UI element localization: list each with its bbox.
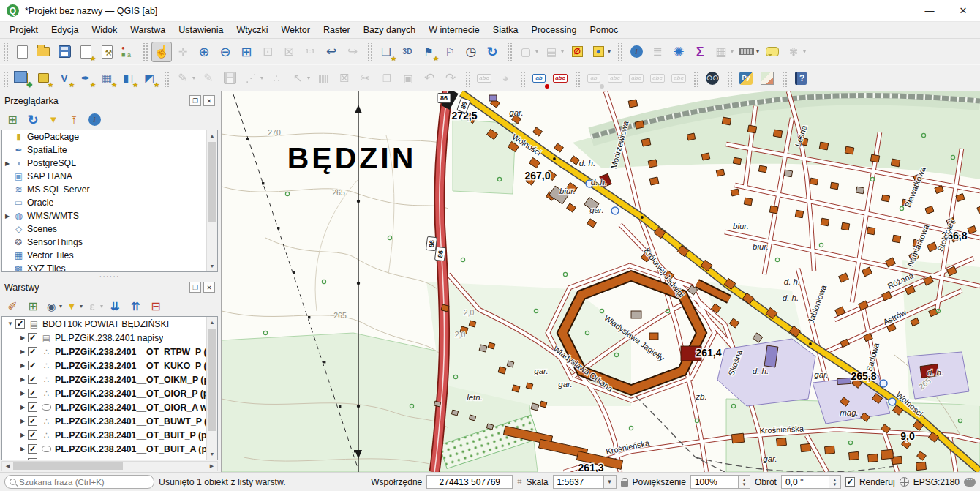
- search-input[interactable]: [19, 478, 149, 487]
- toolbar-grip[interactable]: [142, 43, 148, 61]
- coords-input[interactable]: [426, 475, 513, 489]
- remove-layer-button[interactable]: ⊟: [147, 298, 165, 315]
- menu-w-internecie[interactable]: W internecie: [422, 23, 486, 37]
- pin-labels-button[interactable]: ab: [529, 68, 549, 89]
- toolbar-grip[interactable]: [519, 70, 525, 87]
- pan-map-button[interactable]: ☝: [151, 42, 172, 62]
- new-spatialite-layer-button[interactable]: ✒★: [75, 68, 96, 89]
- menu-wektor[interactable]: Wektor: [275, 23, 317, 37]
- zoom-in-button[interactable]: ⊕: [194, 42, 214, 62]
- zoom-last-button[interactable]: ↩: [321, 42, 342, 62]
- browser-float-button[interactable]: ❐: [189, 95, 201, 106]
- layer-item[interactable]: ✓·PL.PZGiK.238.2401__OT_BUZT_P (p: [2, 456, 217, 460]
- layer-checkbox[interactable]: ✓: [28, 444, 37, 454]
- layers-vertical-scrollbar[interactable]: ▲▼: [206, 317, 217, 460]
- minimize-button[interactable]: —: [913, 0, 946, 22]
- layer-checkbox[interactable]: ✓: [28, 402, 37, 412]
- menu-widok[interactable]: Widok: [85, 23, 124, 37]
- browser-close-button[interactable]: ✕: [203, 95, 215, 106]
- layers-horizontal-scrollbar[interactable]: ◀ ▶: [1, 461, 218, 471]
- dropdown-arrow-icon[interactable]: ▾: [260, 75, 263, 81]
- menu-projekt[interactable]: Projekt: [3, 23, 45, 37]
- toolbar-grip[interactable]: [574, 70, 580, 87]
- toolbar-grip[interactable]: [366, 43, 372, 61]
- quickmapservices-button[interactable]: [757, 68, 777, 89]
- help-button[interactable]: ?: [791, 68, 811, 89]
- dropdown-arrow-icon[interactable]: ▾: [307, 75, 310, 81]
- extents-icon[interactable]: ⌗: [517, 477, 521, 487]
- zoom-full-extent-button[interactable]: ⊞: [236, 42, 257, 62]
- highlight-pinned-labels-button[interactable]: abc: [550, 68, 570, 89]
- layers-float-button[interactable]: ❐: [189, 282, 201, 293]
- dropdown-arrow-icon[interactable]: ▾: [608, 48, 611, 55]
- filter-legend-button[interactable]: ▼▾: [65, 298, 83, 315]
- dropdown-arrow-icon[interactable]: ▾: [561, 48, 564, 55]
- toolbar-grip[interactable]: [693, 70, 698, 87]
- refresh-browser-button[interactable]: ↻: [24, 111, 42, 129]
- browser-item-sap-hana[interactable]: ▣SAP HANA: [2, 170, 217, 183]
- toolbar-grip[interactable]: [163, 70, 169, 87]
- layout-manager-button[interactable]: ⚒: [97, 42, 117, 62]
- layer-item[interactable]: ▶✓▤PL.PZGiK.238.2401 napisy: [2, 331, 217, 345]
- crs-value[interactable]: EPSG:2180: [913, 477, 960, 487]
- new-temporary-scratch-layer-button[interactable]: ▦★: [97, 68, 117, 89]
- expand-all-button[interactable]: ⇊: [106, 298, 124, 315]
- menu-wtyczki[interactable]: Wtyczki: [230, 23, 274, 37]
- toolbar-grip[interactable]: [506, 43, 512, 61]
- toolbar-grip[interactable]: [464, 70, 470, 87]
- new-spatial-bookmark-button[interactable]: ⚑★: [418, 42, 439, 62]
- browser-vertical-scrollbar[interactable]: ▲▼: [206, 130, 217, 271]
- toolbar-grip[interactable]: [726, 70, 732, 87]
- add-selected-layers-button[interactable]: ⊞: [4, 111, 21, 129]
- map-canvas[interactable]: BĘDZIN272,5267,0266,8261,4265,89,0261,32…: [222, 91, 980, 472]
- dropdown-arrow-icon[interactable]: ▾: [192, 75, 195, 81]
- project-new-button[interactable]: [12, 42, 32, 62]
- identify-features-button[interactable]: i: [626, 42, 647, 62]
- browser-item-spatialite[interactable]: ✒SpatiaLite: [2, 143, 217, 157]
- browser-item-vector-tiles[interactable]: ▦Vector Tiles: [2, 249, 217, 262]
- browser-item-xyz-tiles[interactable]: ▩XYZ Tiles: [2, 262, 217, 272]
- toolbar-grip[interactable]: [2, 43, 8, 61]
- layer-item[interactable]: ▶✓∴PL.PZGiK.238.2401__OT_KUKO_P (p: [2, 359, 217, 372]
- new-virtual-layer-button[interactable]: ◧★: [118, 68, 138, 89]
- deselect-all-layers-button[interactable]: ∅: [567, 42, 587, 62]
- magnifier-input[interactable]: [690, 475, 739, 489]
- rotation-spinner[interactable]: ▲▼: [829, 475, 841, 489]
- collapse-all-browser-button[interactable]: ⤒: [65, 111, 83, 129]
- layer-item[interactable]: ▶✓∴PL.PZGiK.238.2401__OT_RTPW_P (p: [2, 345, 217, 359]
- layer-checkbox[interactable]: ✓: [28, 333, 37, 342]
- rotation-input[interactable]: [781, 475, 829, 489]
- browser-item-oracle[interactable]: ▭Oracle: [2, 196, 217, 209]
- menu-bazy-danych[interactable]: Bazy danych: [357, 23, 423, 37]
- menu-raster[interactable]: Raster: [317, 23, 357, 37]
- dropdown-arrow-icon[interactable]: ▾: [803, 48, 806, 55]
- locator-search[interactable]: [4, 475, 154, 489]
- layer-item[interactable]: ▶✓∴PL.PZGiK.238.2401__OT_BUWT_P (p: [2, 414, 217, 428]
- browser-item-wms-wmts[interactable]: ▶◍WMS/WMTS: [2, 209, 217, 222]
- menu-pomoc[interactable]: Pomoc: [583, 23, 625, 37]
- new-mesh-layer-button[interactable]: ◩★: [139, 68, 159, 89]
- menu-processing[interactable]: Processing: [525, 23, 584, 37]
- messages-icon[interactable]: [964, 478, 976, 487]
- new-map-view-button[interactable]: ❏★: [376, 42, 396, 62]
- scale-dropdown-icon[interactable]: ▼: [604, 475, 617, 489]
- refresh-map-button[interactable]: ↻: [482, 42, 502, 62]
- dropdown-arrow-icon[interactable]: ▾: [535, 48, 538, 55]
- toolbar-grip[interactable]: [617, 43, 622, 61]
- browser-item-postgresql[interactable]: ▶◖PostgreSQL: [2, 157, 217, 170]
- browser-item-ms-sql-server[interactable]: ≋MS SQL Server: [2, 183, 217, 196]
- browser-item-scenes[interactable]: ◇Scenes: [2, 222, 217, 236]
- show-spatial-bookmarks-button[interactable]: ⚐: [440, 42, 460, 62]
- python-console-button[interactable]: Py: [736, 68, 756, 89]
- layer-checkbox[interactable]: ✓: [28, 430, 37, 440]
- scale-input[interactable]: [553, 475, 604, 489]
- add-group-button[interactable]: ⊞: [24, 298, 42, 315]
- menu-warstwa[interactable]: Warstwa: [124, 23, 172, 37]
- new-geopackage-layer-button[interactable]: ★: [33, 68, 53, 89]
- browser-item-geopackage[interactable]: ▮GeoPackage: [2, 130, 217, 143]
- lock-scale-icon[interactable]: [621, 481, 628, 487]
- layer-checkbox[interactable]: ✓: [28, 416, 37, 426]
- browser-item-sensorthings[interactable]: ❂SensorThings: [2, 236, 217, 249]
- map-tips-button[interactable]: [762, 42, 783, 62]
- filter-browser-button[interactable]: ▼: [45, 111, 62, 129]
